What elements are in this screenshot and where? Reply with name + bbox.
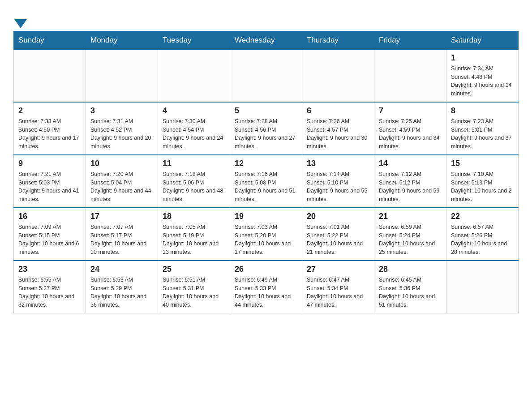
calendar-cell: 3Sunrise: 7:31 AM Sunset: 4:52 PM Daylig… — [86, 102, 158, 155]
day-info: Sunrise: 7:31 AM Sunset: 4:52 PM Dayligh… — [90, 117, 153, 151]
day-number: 4 — [163, 106, 225, 116]
calendar-cell: 25Sunrise: 6:51 AM Sunset: 5:31 PM Dayli… — [158, 261, 230, 313]
day-number: 20 — [307, 212, 369, 221]
calendar-cell: 10Sunrise: 7:20 AM Sunset: 5:04 PM Dayli… — [86, 155, 158, 208]
weekday-header-thursday: Thursday — [302, 31, 374, 49]
calendar-cell — [446, 261, 519, 313]
day-number: 8 — [451, 106, 514, 116]
weekday-header-monday: Monday — [86, 31, 158, 49]
calendar-cell: 22Sunrise: 6:57 AM Sunset: 5:26 PM Dayli… — [446, 208, 519, 261]
day-number: 16 — [18, 212, 81, 221]
weekday-header-friday: Friday — [374, 31, 446, 49]
calendar-cell: 15Sunrise: 7:10 AM Sunset: 5:13 PM Dayli… — [446, 155, 519, 208]
day-info: Sunrise: 6:59 AM Sunset: 5:24 PM Dayligh… — [379, 223, 442, 257]
day-info: Sunrise: 6:57 AM Sunset: 5:26 PM Dayligh… — [451, 223, 514, 257]
day-number: 25 — [163, 265, 225, 274]
calendar-cell: 28Sunrise: 6:45 AM Sunset: 5:36 PM Dayli… — [374, 261, 446, 313]
day-number: 12 — [235, 159, 297, 168]
calendar-week-row: 2Sunrise: 7:33 AM Sunset: 4:50 PM Daylig… — [14, 102, 519, 155]
day-number: 21 — [379, 212, 442, 221]
calendar-cell — [86, 49, 158, 102]
calendar-cell: 1Sunrise: 7:34 AM Sunset: 4:48 PM Daylig… — [446, 49, 519, 102]
day-number: 14 — [379, 159, 442, 168]
day-info: Sunrise: 7:34 AM Sunset: 4:48 PM Dayligh… — [451, 64, 514, 98]
day-number: 2 — [18, 106, 81, 116]
day-info: Sunrise: 6:53 AM Sunset: 5:29 PM Dayligh… — [90, 276, 153, 309]
day-number: 13 — [307, 159, 369, 168]
calendar-cell: 18Sunrise: 7:05 AM Sunset: 5:19 PM Dayli… — [158, 208, 230, 261]
calendar-week-row: 16Sunrise: 7:09 AM Sunset: 5:15 PM Dayli… — [14, 208, 519, 261]
day-info: Sunrise: 7:09 AM Sunset: 5:15 PM Dayligh… — [18, 223, 81, 257]
calendar-cell: 12Sunrise: 7:16 AM Sunset: 5:08 PM Dayli… — [230, 155, 302, 208]
day-number: 6 — [307, 106, 369, 116]
day-info: Sunrise: 7:07 AM Sunset: 5:17 PM Dayligh… — [90, 223, 153, 257]
calendar-cell: 23Sunrise: 6:55 AM Sunset: 5:27 PM Dayli… — [14, 261, 86, 313]
day-number: 18 — [163, 212, 225, 221]
calendar-cell — [158, 49, 230, 102]
day-info: Sunrise: 7:23 AM Sunset: 5:01 PM Dayligh… — [451, 117, 514, 151]
calendar-cell — [14, 49, 86, 102]
day-number: 22 — [451, 212, 514, 221]
day-info: Sunrise: 6:49 AM Sunset: 5:33 PM Dayligh… — [235, 276, 297, 309]
day-info: Sunrise: 7:28 AM Sunset: 4:56 PM Dayligh… — [235, 117, 297, 151]
weekday-header-tuesday: Tuesday — [158, 31, 230, 49]
day-number: 19 — [235, 212, 297, 221]
day-number: 1 — [451, 53, 514, 63]
calendar-cell — [374, 49, 446, 102]
day-info: Sunrise: 6:45 AM Sunset: 5:36 PM Dayligh… — [379, 276, 442, 309]
day-number: 28 — [379, 265, 442, 274]
day-info: Sunrise: 7:30 AM Sunset: 4:54 PM Dayligh… — [163, 117, 225, 151]
page-header — [13, 9, 519, 26]
calendar-cell: 26Sunrise: 6:49 AM Sunset: 5:33 PM Dayli… — [230, 261, 302, 313]
calendar-cell: 7Sunrise: 7:25 AM Sunset: 4:59 PM Daylig… — [374, 102, 446, 155]
day-number: 9 — [18, 159, 81, 168]
weekday-header-wednesday: Wednesday — [230, 31, 302, 49]
logo-arrow-icon — [14, 19, 27, 28]
calendar-body: 1Sunrise: 7:34 AM Sunset: 4:48 PM Daylig… — [14, 49, 519, 313]
day-number: 24 — [90, 265, 153, 274]
day-info: Sunrise: 7:21 AM Sunset: 5:03 PM Dayligh… — [18, 170, 81, 204]
calendar-cell: 19Sunrise: 7:03 AM Sunset: 5:20 PM Dayli… — [230, 208, 302, 261]
day-number: 27 — [307, 265, 369, 274]
calendar-cell — [302, 49, 374, 102]
day-number: 3 — [90, 106, 153, 116]
calendar-week-row: 23Sunrise: 6:55 AM Sunset: 5:27 PM Dayli… — [14, 261, 519, 313]
day-info: Sunrise: 6:47 AM Sunset: 5:34 PM Dayligh… — [307, 276, 369, 309]
day-info: Sunrise: 7:18 AM Sunset: 5:06 PM Dayligh… — [163, 170, 225, 204]
weekday-header-sunday: Sunday — [14, 31, 86, 49]
weekday-header-saturday: Saturday — [446, 31, 519, 49]
calendar-cell: 14Sunrise: 7:12 AM Sunset: 5:12 PM Dayli… — [374, 155, 446, 208]
day-info: Sunrise: 7:12 AM Sunset: 5:12 PM Dayligh… — [379, 170, 442, 204]
day-number: 15 — [451, 159, 514, 168]
calendar-cell — [230, 49, 302, 102]
calendar-cell: 17Sunrise: 7:07 AM Sunset: 5:17 PM Dayli… — [86, 208, 158, 261]
calendar-cell: 5Sunrise: 7:28 AM Sunset: 4:56 PM Daylig… — [230, 102, 302, 155]
day-info: Sunrise: 7:05 AM Sunset: 5:19 PM Dayligh… — [163, 223, 225, 257]
day-info: Sunrise: 6:51 AM Sunset: 5:31 PM Dayligh… — [163, 276, 225, 309]
calendar-cell: 16Sunrise: 7:09 AM Sunset: 5:15 PM Dayli… — [14, 208, 86, 261]
weekday-header-row: SundayMondayTuesdayWednesdayThursdayFrid… — [14, 31, 519, 49]
day-info: Sunrise: 7:33 AM Sunset: 4:50 PM Dayligh… — [18, 117, 81, 151]
day-number: 23 — [18, 265, 81, 274]
calendar-week-row: 9Sunrise: 7:21 AM Sunset: 5:03 PM Daylig… — [14, 155, 519, 208]
logo — [13, 13, 27, 26]
calendar-table: SundayMondayTuesdayWednesdayThursdayFrid… — [13, 31, 519, 313]
calendar-cell: 24Sunrise: 6:53 AM Sunset: 5:29 PM Dayli… — [86, 261, 158, 313]
calendar-cell: 11Sunrise: 7:18 AM Sunset: 5:06 PM Dayli… — [158, 155, 230, 208]
calendar-cell: 8Sunrise: 7:23 AM Sunset: 5:01 PM Daylig… — [446, 102, 519, 155]
day-number: 10 — [90, 159, 153, 168]
day-number: 5 — [235, 106, 297, 116]
day-info: Sunrise: 7:26 AM Sunset: 4:57 PM Dayligh… — [307, 117, 369, 151]
day-number: 7 — [379, 106, 442, 116]
day-info: Sunrise: 7:03 AM Sunset: 5:20 PM Dayligh… — [235, 223, 297, 257]
calendar-cell: 21Sunrise: 6:59 AM Sunset: 5:24 PM Dayli… — [374, 208, 446, 261]
day-number: 11 — [163, 159, 225, 168]
calendar-cell: 4Sunrise: 7:30 AM Sunset: 4:54 PM Daylig… — [158, 102, 230, 155]
calendar-cell: 27Sunrise: 6:47 AM Sunset: 5:34 PM Dayli… — [302, 261, 374, 313]
day-info: Sunrise: 6:55 AM Sunset: 5:27 PM Dayligh… — [18, 276, 81, 309]
day-info: Sunrise: 7:01 AM Sunset: 5:22 PM Dayligh… — [307, 223, 369, 257]
day-info: Sunrise: 7:16 AM Sunset: 5:08 PM Dayligh… — [235, 170, 297, 204]
calendar-cell: 2Sunrise: 7:33 AM Sunset: 4:50 PM Daylig… — [14, 102, 86, 155]
calendar-header: SundayMondayTuesdayWednesdayThursdayFrid… — [14, 31, 519, 49]
day-number: 26 — [235, 265, 297, 274]
